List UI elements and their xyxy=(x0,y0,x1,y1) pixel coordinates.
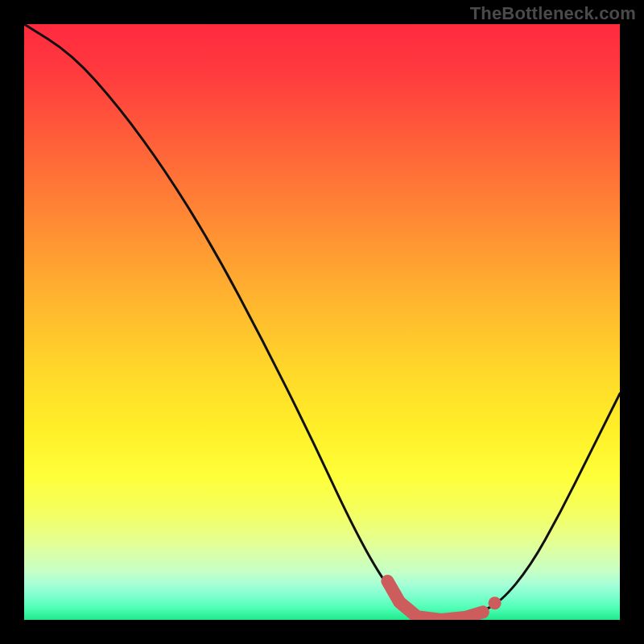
chart-frame: TheBottleneck.com xyxy=(0,0,644,644)
plot-area xyxy=(24,24,620,620)
highlight-series xyxy=(24,24,620,620)
highlight-path xyxy=(387,581,482,620)
highlight-dot xyxy=(489,597,502,609)
watermark-text: TheBottleneck.com xyxy=(470,3,636,24)
